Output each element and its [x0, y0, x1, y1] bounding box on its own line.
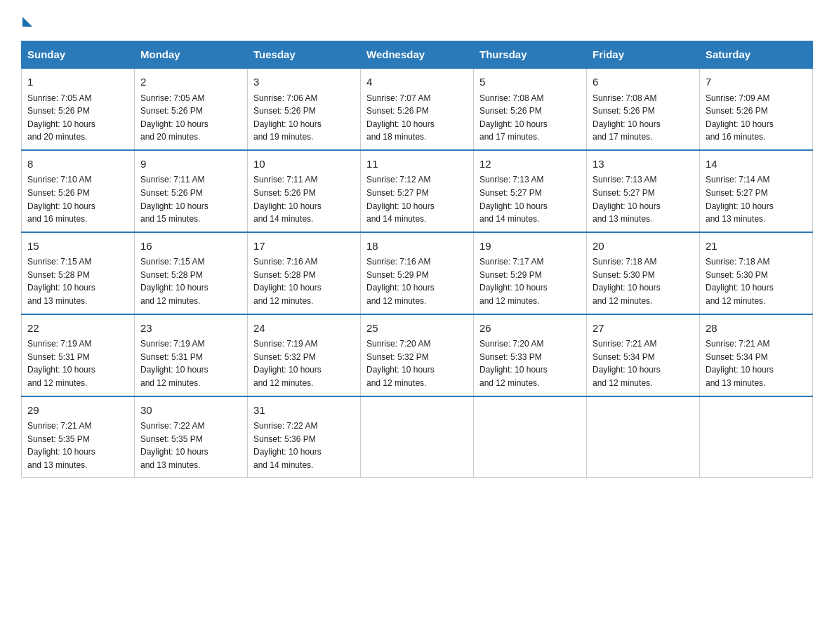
- day-info: Sunrise: 7:14 AMSunset: 5:27 PMDaylight:…: [706, 173, 807, 225]
- calendar-cell: [361, 396, 474, 478]
- day-number: 10: [253, 156, 355, 173]
- logo: [21, 14, 32, 27]
- calendar-cell: 12Sunrise: 7:13 AMSunset: 5:27 PMDayligh…: [474, 150, 587, 232]
- calendar-cell: 18Sunrise: 7:16 AMSunset: 5:29 PMDayligh…: [361, 232, 474, 314]
- calendar-cell: 28Sunrise: 7:21 AMSunset: 5:34 PMDayligh…: [700, 314, 813, 396]
- day-info: Sunrise: 7:06 AMSunset: 5:26 PMDaylight:…: [253, 92, 355, 144]
- calendar-cell: 24Sunrise: 7:19 AMSunset: 5:32 PMDayligh…: [248, 314, 361, 396]
- calendar-cell: 20Sunrise: 7:18 AMSunset: 5:30 PMDayligh…: [587, 232, 700, 314]
- day-number: 14: [706, 156, 807, 173]
- calendar-header: SundayMondayTuesdayWednesdayThursdayFrid…: [22, 41, 813, 69]
- calendar-cell: 11Sunrise: 7:12 AMSunset: 5:27 PMDayligh…: [361, 150, 474, 232]
- day-number: 1: [27, 74, 128, 90]
- day-info: Sunrise: 7:19 AMSunset: 5:31 PMDaylight:…: [27, 337, 128, 389]
- weekday-header-thursday: Thursday: [474, 41, 587, 69]
- day-number: 29: [27, 403, 128, 419]
- day-number: 11: [366, 156, 468, 173]
- day-info: Sunrise: 7:13 AMSunset: 5:27 PMDaylight:…: [593, 173, 694, 225]
- calendar-cell: 30Sunrise: 7:22 AMSunset: 5:35 PMDayligh…: [135, 396, 248, 478]
- day-info: Sunrise: 7:11 AMSunset: 5:26 PMDaylight:…: [140, 173, 241, 225]
- day-info: Sunrise: 7:05 AMSunset: 5:26 PMDaylight:…: [140, 92, 241, 144]
- day-number: 6: [593, 74, 694, 90]
- day-number: 19: [479, 239, 581, 255]
- day-number: 23: [140, 321, 241, 337]
- day-number: 13: [593, 156, 694, 173]
- day-number: 31: [253, 403, 355, 419]
- day-info: Sunrise: 7:21 AMSunset: 5:34 PMDaylight:…: [706, 337, 807, 389]
- weekday-header-monday: Monday: [135, 41, 248, 69]
- calendar-cell: 31Sunrise: 7:22 AMSunset: 5:36 PMDayligh…: [248, 396, 361, 478]
- calendar-cell: 1Sunrise: 7:05 AMSunset: 5:26 PMDaylight…: [22, 68, 135, 150]
- day-info: Sunrise: 7:20 AMSunset: 5:33 PMDaylight:…: [479, 337, 581, 389]
- day-info: Sunrise: 7:19 AMSunset: 5:31 PMDaylight:…: [140, 337, 241, 389]
- day-info: Sunrise: 7:22 AMSunset: 5:36 PMDaylight:…: [253, 420, 355, 471]
- day-number: 12: [479, 156, 581, 173]
- day-number: 22: [27, 321, 128, 337]
- calendar-cell: 29Sunrise: 7:21 AMSunset: 5:35 PMDayligh…: [22, 396, 135, 478]
- calendar-week-row: 1Sunrise: 7:05 AMSunset: 5:26 PMDaylight…: [22, 68, 813, 150]
- calendar-cell: 19Sunrise: 7:17 AMSunset: 5:29 PMDayligh…: [474, 232, 587, 314]
- weekday-header-saturday: Saturday: [700, 41, 813, 69]
- weekday-header-tuesday: Tuesday: [248, 41, 361, 69]
- calendar-week-row: 8Sunrise: 7:10 AMSunset: 5:26 PMDaylight…: [22, 150, 813, 232]
- day-info: Sunrise: 7:05 AMSunset: 5:26 PMDaylight:…: [27, 92, 128, 144]
- day-number: 25: [366, 321, 468, 337]
- day-info: Sunrise: 7:11 AMSunset: 5:26 PMDaylight:…: [253, 173, 355, 225]
- day-info: Sunrise: 7:21 AMSunset: 5:35 PMDaylight:…: [27, 420, 128, 471]
- day-number: 17: [253, 239, 355, 255]
- day-info: Sunrise: 7:07 AMSunset: 5:26 PMDaylight:…: [366, 92, 468, 144]
- day-number: 30: [140, 403, 241, 419]
- day-info: Sunrise: 7:08 AMSunset: 5:26 PMDaylight:…: [593, 92, 694, 144]
- day-info: Sunrise: 7:15 AMSunset: 5:28 PMDaylight:…: [140, 255, 241, 307]
- day-number: 18: [366, 239, 468, 255]
- calendar-week-row: 29Sunrise: 7:21 AMSunset: 5:35 PMDayligh…: [22, 396, 813, 478]
- calendar-cell: 27Sunrise: 7:21 AMSunset: 5:34 PMDayligh…: [587, 314, 700, 396]
- calendar-cell: 26Sunrise: 7:20 AMSunset: 5:33 PMDayligh…: [474, 314, 587, 396]
- day-info: Sunrise: 7:15 AMSunset: 5:28 PMDaylight:…: [27, 255, 128, 307]
- day-info: Sunrise: 7:22 AMSunset: 5:35 PMDaylight:…: [140, 420, 241, 471]
- calendar-cell: 6Sunrise: 7:08 AMSunset: 5:26 PMDaylight…: [587, 68, 700, 150]
- logo-arrow-icon: [22, 17, 32, 27]
- day-info: Sunrise: 7:21 AMSunset: 5:34 PMDaylight:…: [593, 337, 694, 389]
- day-number: 5: [479, 74, 581, 90]
- weekday-header-sunday: Sunday: [22, 41, 135, 69]
- calendar-cell: 10Sunrise: 7:11 AMSunset: 5:26 PMDayligh…: [248, 150, 361, 232]
- weekday-header-row: SundayMondayTuesdayWednesdayThursdayFrid…: [22, 41, 813, 69]
- day-info: Sunrise: 7:20 AMSunset: 5:32 PMDaylight:…: [366, 337, 468, 389]
- calendar-cell: 23Sunrise: 7:19 AMSunset: 5:31 PMDayligh…: [135, 314, 248, 396]
- calendar-cell: [700, 396, 813, 478]
- calendar-cell: 17Sunrise: 7:16 AMSunset: 5:28 PMDayligh…: [248, 232, 361, 314]
- day-info: Sunrise: 7:18 AMSunset: 5:30 PMDaylight:…: [593, 255, 694, 307]
- day-number: 24: [253, 321, 355, 337]
- calendar-cell: 13Sunrise: 7:13 AMSunset: 5:27 PMDayligh…: [587, 150, 700, 232]
- calendar-cell: 16Sunrise: 7:15 AMSunset: 5:28 PMDayligh…: [135, 232, 248, 314]
- day-number: 2: [140, 74, 241, 90]
- calendar-week-row: 15Sunrise: 7:15 AMSunset: 5:28 PMDayligh…: [22, 232, 813, 314]
- day-number: 8: [27, 156, 128, 173]
- calendar-cell: 15Sunrise: 7:15 AMSunset: 5:28 PMDayligh…: [22, 232, 135, 314]
- day-number: 27: [593, 321, 694, 337]
- day-number: 7: [706, 74, 807, 90]
- calendar-cell: 22Sunrise: 7:19 AMSunset: 5:31 PMDayligh…: [22, 314, 135, 396]
- calendar-cell: 9Sunrise: 7:11 AMSunset: 5:26 PMDaylight…: [135, 150, 248, 232]
- weekday-header-friday: Friday: [587, 41, 700, 69]
- day-number: 9: [140, 156, 241, 173]
- calendar-cell: 21Sunrise: 7:18 AMSunset: 5:30 PMDayligh…: [700, 232, 813, 314]
- calendar-cell: 2Sunrise: 7:05 AMSunset: 5:26 PMDaylight…: [135, 68, 248, 150]
- calendar-cell: [587, 396, 700, 478]
- day-info: Sunrise: 7:13 AMSunset: 5:27 PMDaylight:…: [479, 173, 581, 225]
- calendar-cell: 3Sunrise: 7:06 AMSunset: 5:26 PMDaylight…: [248, 68, 361, 150]
- day-info: Sunrise: 7:17 AMSunset: 5:29 PMDaylight:…: [479, 255, 581, 307]
- page-header: [21, 14, 813, 27]
- day-info: Sunrise: 7:16 AMSunset: 5:29 PMDaylight:…: [366, 255, 468, 307]
- day-info: Sunrise: 7:19 AMSunset: 5:32 PMDaylight:…: [253, 337, 355, 389]
- day-number: 3: [253, 74, 355, 90]
- day-number: 15: [27, 239, 128, 255]
- day-number: 26: [479, 321, 581, 337]
- day-number: 20: [593, 239, 694, 255]
- calendar-cell: 8Sunrise: 7:10 AMSunset: 5:26 PMDaylight…: [22, 150, 135, 232]
- calendar-body: 1Sunrise: 7:05 AMSunset: 5:26 PMDaylight…: [22, 68, 813, 478]
- day-info: Sunrise: 7:10 AMSunset: 5:26 PMDaylight:…: [27, 173, 128, 225]
- day-number: 21: [706, 239, 807, 255]
- day-number: 4: [366, 74, 468, 90]
